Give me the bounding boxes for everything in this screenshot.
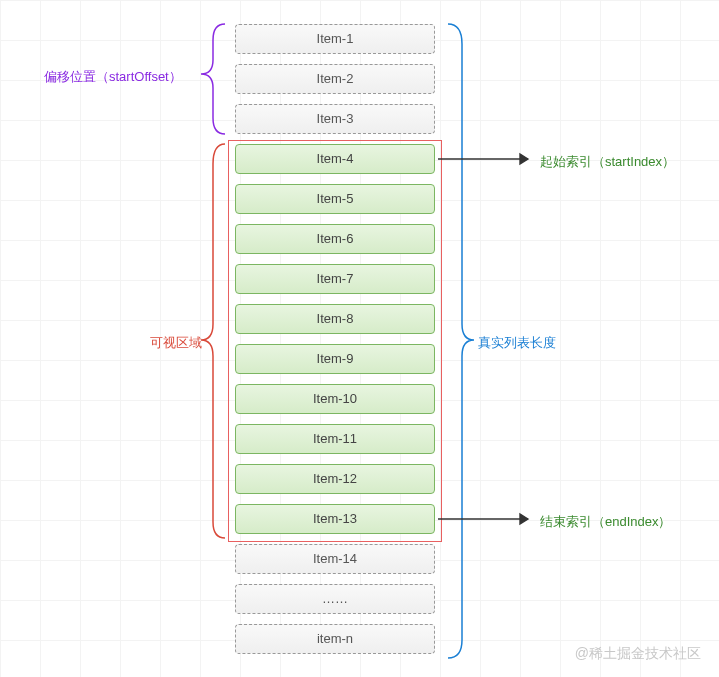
visible-brace: [201, 144, 225, 538]
visible-area-label: 可视区域: [150, 334, 202, 352]
full-length-label: 真实列表长度: [478, 334, 556, 352]
full-length-brace: [448, 24, 474, 658]
list-item-ellipsis: ……: [235, 584, 435, 614]
viewport-box: [228, 140, 442, 542]
watermark: @稀土掘金技术社区: [575, 645, 701, 663]
end-index-arrow: [438, 514, 528, 524]
start-index-label: 起始索引（startIndex）: [540, 153, 675, 171]
offset-label: 偏移位置（startOffset）: [44, 68, 182, 86]
list-item: Item-2: [235, 64, 435, 94]
start-index-arrow: [438, 154, 528, 164]
end-index-label: 结束索引（endIndex）: [540, 513, 672, 531]
list-item: Item-3: [235, 104, 435, 134]
list-item: Item-1: [235, 24, 435, 54]
diagram-stage: Item-1 Item-2 Item-3 Item-4 Item-5 Item-…: [0, 0, 719, 677]
offset-brace: [201, 24, 225, 134]
svg-marker-1: [520, 154, 528, 164]
list-item-n: item-n: [235, 624, 435, 654]
list-item: Item-14: [235, 544, 435, 574]
svg-marker-3: [520, 514, 528, 524]
